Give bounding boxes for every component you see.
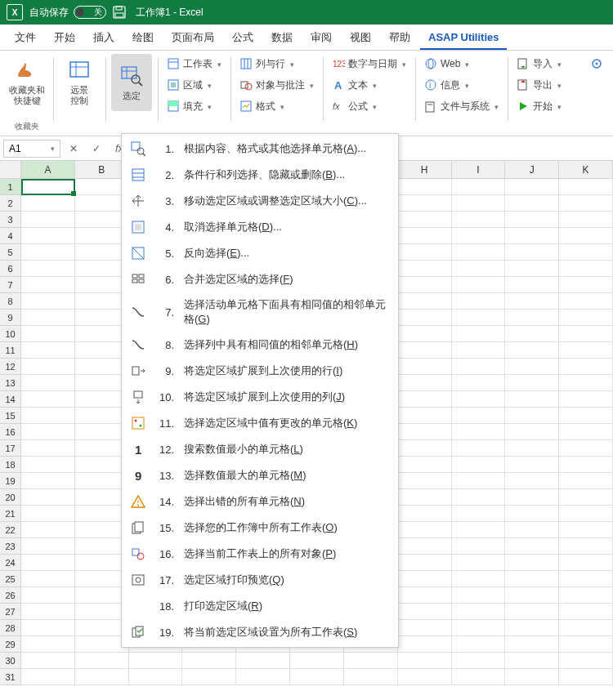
- select-all-cell[interactable]: [0, 161, 21, 179]
- cell[interactable]: [505, 457, 559, 473]
- cell[interactable]: [398, 326, 452, 342]
- cell[interactable]: [21, 375, 75, 391]
- row-header-6[interactable]: 6: [0, 261, 21, 277]
- ribbon-item-开始[interactable]: 开始: [513, 96, 565, 116]
- cell[interactable]: [452, 408, 506, 424]
- row-header-27[interactable]: 27: [0, 604, 21, 620]
- cell[interactable]: [398, 212, 452, 228]
- cancel-icon[interactable]: ✕: [64, 139, 83, 158]
- tab-视图[interactable]: 视图: [342, 25, 379, 50]
- favorites-button[interactable]: 收藏夹和 快捷键: [7, 54, 47, 111]
- cell[interactable]: [21, 620, 75, 636]
- col-header-H[interactable]: H: [398, 161, 452, 179]
- cell[interactable]: [398, 571, 452, 587]
- ribbon-item-对象与批注[interactable]: 对象与批注: [236, 75, 317, 95]
- confirm-icon[interactable]: ✓: [87, 139, 106, 158]
- save-icon[interactable]: [113, 6, 126, 19]
- menu-item-18[interactable]: 18.打印选定区域(R): [122, 593, 398, 619]
- ribbon-item-填充[interactable]: 填充: [163, 96, 225, 116]
- ribbon-item-格式[interactable]: 格式: [236, 96, 317, 116]
- cell[interactable]: [21, 293, 75, 310]
- cell[interactable]: [452, 261, 506, 277]
- cell[interactable]: [559, 669, 613, 685]
- col-header-A[interactable]: A: [21, 161, 75, 179]
- cell[interactable]: [505, 489, 559, 506]
- cell[interactable]: [559, 636, 613, 653]
- cell[interactable]: [398, 195, 452, 212]
- cell[interactable]: [559, 424, 613, 440]
- row-header-19[interactable]: 19: [0, 473, 21, 489]
- cell[interactable]: [21, 653, 75, 669]
- options-button[interactable]: [587, 54, 606, 74]
- cell[interactable]: [505, 571, 559, 587]
- row-header-23[interactable]: 23: [0, 538, 21, 555]
- cell[interactable]: [21, 440, 75, 457]
- cell[interactable]: [398, 179, 452, 195]
- cell[interactable]: [182, 669, 236, 685]
- cell[interactable]: [398, 261, 452, 277]
- ribbon-item-信息[interactable]: i信息: [421, 75, 502, 95]
- cell[interactable]: [236, 669, 290, 685]
- row-header-7[interactable]: 7: [0, 277, 21, 293]
- cell[interactable]: [129, 653, 183, 669]
- cell[interactable]: [21, 326, 75, 342]
- row-header-10[interactable]: 10: [0, 326, 21, 342]
- menu-item-11[interactable]: 11.选择选定区域中值有更改的单元格(K): [122, 410, 398, 436]
- cell[interactable]: [559, 359, 613, 375]
- cell[interactable]: [559, 391, 613, 408]
- cell[interactable]: [75, 669, 129, 685]
- row-header-17[interactable]: 17: [0, 440, 21, 457]
- cell[interactable]: [21, 212, 75, 228]
- ribbon-item-导入[interactable]: 导入: [513, 54, 565, 74]
- cell[interactable]: [452, 277, 506, 293]
- cell[interactable]: [452, 342, 506, 359]
- cell[interactable]: [290, 653, 344, 669]
- cell[interactable]: [452, 293, 506, 310]
- tab-数据[interactable]: 数据: [263, 25, 301, 50]
- cell[interactable]: [21, 457, 75, 473]
- row-header-29[interactable]: 29: [0, 636, 21, 653]
- tab-帮助[interactable]: 帮助: [381, 25, 418, 50]
- row-header-4[interactable]: 4: [0, 228, 21, 244]
- cell[interactable]: [182, 653, 236, 669]
- cell[interactable]: [21, 261, 75, 277]
- col-header-I[interactable]: I: [452, 161, 506, 179]
- cell[interactable]: [559, 571, 613, 587]
- menu-item-10[interactable]: 10.将选定区域扩展到上次使用的列(J): [122, 384, 398, 410]
- cell[interactable]: [21, 538, 75, 555]
- cell[interactable]: [398, 555, 452, 571]
- row-header-13[interactable]: 13: [0, 375, 21, 391]
- menu-item-4[interactable]: 4.取消选择单元格(D)...: [122, 214, 398, 240]
- cell[interactable]: [505, 408, 559, 424]
- cell[interactable]: [398, 604, 452, 620]
- cell[interactable]: [559, 506, 613, 522]
- cell[interactable]: [559, 244, 613, 261]
- row-header-30[interactable]: 30: [0, 653, 21, 669]
- cell[interactable]: [505, 293, 559, 310]
- cell[interactable]: [559, 457, 613, 473]
- cell[interactable]: [398, 375, 452, 391]
- menu-item-5[interactable]: 5.反向选择(E)...: [122, 240, 398, 266]
- cell[interactable]: [505, 277, 559, 293]
- ribbon-item-公式[interactable]: fx公式: [329, 96, 409, 116]
- cell[interactable]: [21, 391, 75, 408]
- cell[interactable]: [21, 195, 75, 212]
- col-header-J[interactable]: J: [505, 161, 559, 179]
- cell[interactable]: [452, 310, 506, 326]
- cell[interactable]: [505, 620, 559, 636]
- cell[interactable]: [21, 604, 75, 620]
- cell[interactable]: [559, 179, 613, 195]
- cell[interactable]: [505, 424, 559, 440]
- cell[interactable]: [505, 342, 559, 359]
- cell[interactable]: [452, 391, 506, 408]
- tab-文件[interactable]: 文件: [7, 25, 44, 50]
- row-header-3[interactable]: 3: [0, 212, 21, 228]
- cell[interactable]: [344, 653, 398, 669]
- cell[interactable]: [559, 195, 613, 212]
- cell[interactable]: [505, 522, 559, 538]
- cell[interactable]: [398, 653, 452, 669]
- ribbon-item-Web[interactable]: Web: [421, 54, 502, 74]
- cell[interactable]: [452, 326, 506, 342]
- cell[interactable]: [398, 636, 452, 653]
- cell[interactable]: [559, 587, 613, 604]
